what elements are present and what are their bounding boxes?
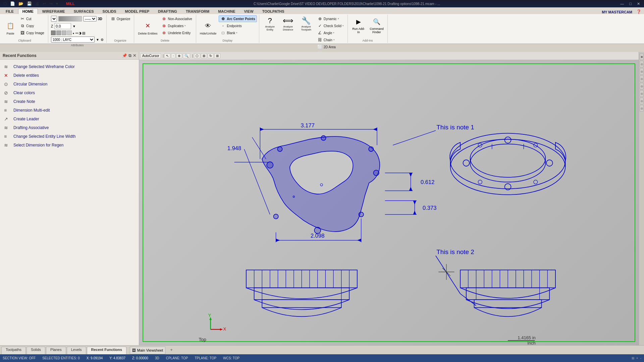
organize-btn[interactable]: ⊞ Organize xyxy=(109,15,132,22)
fit-btn[interactable]: ⊞ xyxy=(201,53,207,58)
layer-select[interactable]: 1000 : LAYC xyxy=(51,37,95,43)
my-mastercam-button[interactable]: MY MASTERCAM xyxy=(599,10,635,14)
panel-pin-icon[interactable]: 📌 xyxy=(122,53,127,58)
tab-file[interactable]: FILE xyxy=(1,8,18,14)
color-select[interactable]: ○ xyxy=(51,16,57,22)
chain-button[interactable]: ⛓ Chain ▾ xyxy=(316,37,345,43)
recent-item-dim-multi[interactable]: ≡Dimension Multi-edit xyxy=(0,106,139,115)
svg-marker-46 xyxy=(220,328,222,330)
rpanel-icon-7[interactable]: ◎ xyxy=(640,98,644,104)
copy-button[interactable]: ⧉ Copy xyxy=(18,22,46,29)
paste-button[interactable]: 📋 Paste xyxy=(3,15,17,36)
tab-home[interactable]: HOME xyxy=(18,8,38,14)
redo-icon[interactable]: ↪ xyxy=(49,1,53,6)
grid-btn[interactable]: ⊞ xyxy=(214,53,220,58)
rpanel-icon-6[interactable]: ◎ xyxy=(640,90,644,97)
rpanel-icon-1[interactable]: ◉ xyxy=(640,53,644,60)
minimize-button[interactable]: — xyxy=(619,2,625,6)
maximize-button[interactable]: □ xyxy=(628,2,633,6)
angle-button[interactable]: ∠ Angle ▾ xyxy=(316,29,345,36)
color-swatch-3[interactable] xyxy=(62,31,66,35)
recent-item-change-wire[interactable]: ≋Change Selected Wireframe Color xyxy=(0,62,139,71)
rpanel-icon-8[interactable]: ◎ xyxy=(640,105,644,112)
undo-icon[interactable]: ↩ xyxy=(42,1,47,6)
drawing-area[interactable]: 3.177 1.948 0.612 0.373 xyxy=(139,60,639,345)
tab-toolpaths[interactable]: TOOLPATHS xyxy=(258,8,289,14)
line-style-selector[interactable] xyxy=(58,16,82,21)
analyze-distance-button[interactable]: ⟺ Analyze Distance xyxy=(279,15,297,33)
cut-button[interactable]: ✂ Cut xyxy=(18,15,46,22)
tab-view[interactable]: VIEW xyxy=(240,8,258,14)
check-solid-button[interactable]: ✓ Check Solid ▾ xyxy=(316,22,345,29)
duplicates-button[interactable]: ⊗ Duplicates ▾ xyxy=(160,22,194,29)
view-3d-btn[interactable]: ⬡ xyxy=(194,53,200,58)
recent-item-drafting-assoc[interactable]: ≋Drafting Associative xyxy=(0,123,139,132)
bottom-tab-planes[interactable]: Planes xyxy=(46,347,66,354)
viewsheet-tab[interactable]: 🖼 Main Viewsheet xyxy=(130,347,165,354)
copy-image-button[interactable]: 🖼 Copy Image xyxy=(18,29,46,36)
point-btn[interactable]: · xyxy=(171,53,175,58)
rpanel-icon-5[interactable]: ◎ xyxy=(640,83,644,89)
recent-item-clear-colors[interactable]: ⊘Clear colors xyxy=(0,88,139,97)
tab-modelprep[interactable]: MODEL PREP xyxy=(121,8,154,14)
zoom-in-icon[interactable]: + xyxy=(636,356,638,360)
tab-solids[interactable]: SOLIDS xyxy=(98,8,121,14)
zoom-btn[interactable]: 🔍 xyxy=(183,53,190,58)
new-file-icon[interactable]: 📄 xyxy=(9,1,16,6)
color-swatch-2[interactable] xyxy=(56,31,61,35)
linestyle-select[interactable]: ——— xyxy=(83,16,97,21)
bottom-tab-recent[interactable]: Recent Functions xyxy=(87,347,126,354)
add-viewsheet-button[interactable]: + xyxy=(167,347,175,354)
tab-wireframe[interactable]: WIREFRAME xyxy=(38,8,69,14)
recent-item-change-line-width[interactable]: ≡Change Selected Entity Line Width xyxy=(0,132,139,141)
non-associative-button[interactable]: ⊗ Non-Associative xyxy=(160,15,194,22)
bottom-tab-levels[interactable]: Levels xyxy=(67,347,86,354)
arc-center-points-button[interactable]: ⊕ Arc Center Points xyxy=(219,15,257,22)
panel-restore-icon[interactable]: ⧉ xyxy=(128,53,131,58)
bottom-tab-toolpaths[interactable]: Toolpaths xyxy=(1,347,26,354)
blank-button[interactable]: □ Blank ▾ xyxy=(219,29,257,36)
customize-icon[interactable]: ▾ xyxy=(55,1,59,6)
zoom-fit-icon[interactable]: ⊞ xyxy=(632,356,634,360)
snap-btn[interactable]: ⊕ xyxy=(176,53,182,58)
layer-settings-icon[interactable]: ⚙ xyxy=(101,38,104,42)
color-swatch-1[interactable] xyxy=(51,31,56,35)
recent-item-circular-dim[interactable]: ⊙Circular Dimension xyxy=(0,80,139,88)
delete-entities-button[interactable]: ✕ Delete Entities xyxy=(136,15,159,36)
color-swatch-4[interactable] xyxy=(67,31,72,35)
tab-surfaces[interactable]: SURFACES xyxy=(69,8,98,14)
endpoints-button[interactable]: ◦ Endpoints xyxy=(219,22,257,29)
rpanel-icon-4[interactable]: ◎ xyxy=(640,75,644,82)
hide-unhide-button[interactable]: 👁 Hide/Unhide xyxy=(198,15,218,36)
dynamic-button[interactable]: ⊕ Dynamic ▾ xyxy=(316,15,345,22)
command-finder-button[interactable]: 🔍 Command Finder xyxy=(368,15,385,35)
rotate-btn[interactable]: ↻ xyxy=(208,53,214,58)
save-icon[interactable]: 💾 xyxy=(26,1,33,6)
recent-item-delete-ent[interactable]: ✕Delete entities xyxy=(0,71,139,80)
undelete-button[interactable]: ⊗ Undelete Entity xyxy=(160,29,194,36)
viewport[interactable]: AutoCursor | ↖ · ⊕ 🔍 | ⬡ ⊞ ↻ ⊞ xyxy=(139,52,644,345)
run-addin-button[interactable]: ▶ Run Add-In xyxy=(350,15,367,35)
recent-item-select-dim-regen[interactable]: ≋Select Dimension for Regen xyxy=(0,141,139,149)
analyze-entity-button[interactable]: ? Analyze Entity xyxy=(261,15,279,33)
tab-transform[interactable]: TRANSFORM xyxy=(181,8,214,14)
tab-machine[interactable]: MACHINE xyxy=(214,8,239,14)
bottom-tab-solids[interactable]: Solids xyxy=(26,347,45,354)
print-icon[interactable]: 🖨 xyxy=(35,1,40,6)
rpanel-icon-2[interactable]: ◎ xyxy=(640,61,644,67)
z-input[interactable] xyxy=(54,23,71,29)
panel-close-icon[interactable]: ✕ xyxy=(133,53,136,58)
zoom-out-icon[interactable]: - xyxy=(640,356,641,360)
2darea-button[interactable]: ⬜ 2D Area xyxy=(316,44,345,50)
recent-item-create-leader[interactable]: ↗Create Leader xyxy=(0,115,139,123)
recent-item-create-note[interactable]: ≋Create Note xyxy=(0,97,139,106)
help-icon[interactable]: ❓ xyxy=(635,9,643,14)
analyze-toolpath-button[interactable]: 🔧 Analyze Toolpath xyxy=(298,15,315,33)
rpanel-icon-3[interactable]: ◎ xyxy=(640,68,644,75)
autocursor-button[interactable]: AutoCursor xyxy=(141,53,161,58)
close-button[interactable]: ✕ xyxy=(636,2,641,6)
open-icon[interactable]: 📂 xyxy=(18,1,24,6)
select-btn[interactable]: ↖ xyxy=(164,53,170,58)
bottom-tab-bar: Toolpaths Solids Planes Levels Recent Fu… xyxy=(0,346,644,354)
tab-drafting[interactable]: DRAFTING xyxy=(154,8,181,14)
